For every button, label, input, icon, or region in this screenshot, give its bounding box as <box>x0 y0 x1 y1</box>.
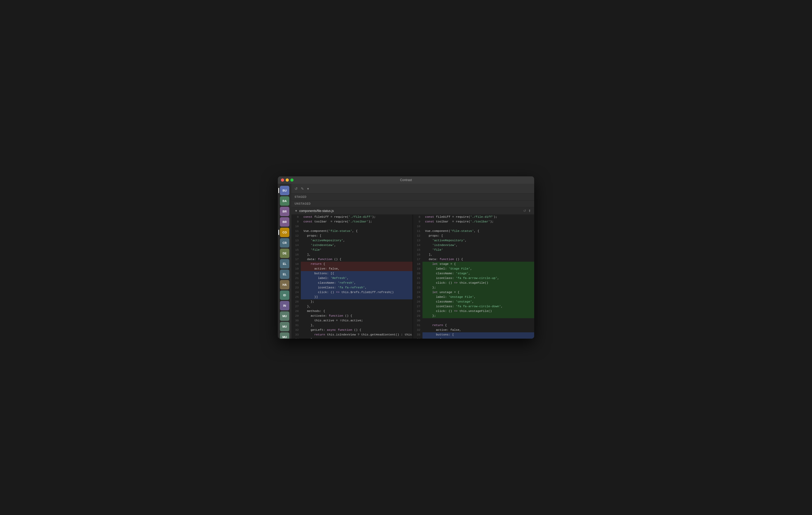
line-number: 28 <box>291 309 301 314</box>
staged-label: STAGED <box>295 196 307 198</box>
line-number: 12 <box>291 233 301 238</box>
line-number: 20 <box>413 271 423 276</box>
table-row: 24 click: () => this.$refs.fileDiff.refr… <box>291 290 412 295</box>
file-refresh-icon[interactable]: ↺ <box>523 209 526 213</box>
table-row: 30 this.active = !this.active; <box>291 318 412 323</box>
avatar-co[interactable]: CO <box>280 228 289 237</box>
line-content: label: 'Unstage File', <box>423 295 534 299</box>
avatar-id[interactable]: ID <box>280 290 289 300</box>
avatar-ba[interactable]: BA <box>280 196 289 206</box>
line-content: iconClass: 'fa fa-arrow-circle-up', <box>423 276 534 281</box>
table-row: 20 buttons: [{ <box>291 271 412 276</box>
table-row: 31 return { <box>413 323 534 327</box>
traffic-lights <box>281 178 293 181</box>
file-row[interactable]: ▼ components/file-status.js ↺ ⬆ <box>291 207 534 214</box>
line-number: 11 <box>413 229 423 233</box>
table-row: 33 buttons: [ <box>413 332 534 337</box>
edit-icon[interactable]: ✎ <box>301 187 304 191</box>
avatar-cr[interactable]: CR <box>280 238 289 248</box>
close-button[interactable] <box>281 178 284 181</box>
table-row: 25 }] <box>291 295 412 299</box>
line-number: 21 <box>291 276 301 281</box>
right-pane: 8const fileDiff = require('./file-diff')… <box>412 214 534 339</box>
line-number: 19 <box>413 266 423 271</box>
avatar-el2[interactable]: EL <box>280 269 289 279</box>
avatar-mu3[interactable]: MU <box>280 332 289 339</box>
refresh-icon[interactable]: ↺ <box>295 187 298 191</box>
line-number: 34 <box>291 337 301 339</box>
minimize-button[interactable] <box>286 178 289 181</box>
line-number: 18 <box>413 262 423 266</box>
staged-section: STAGED <box>291 194 534 200</box>
avatar-bu[interactable]: BU <box>280 186 289 195</box>
line-content: 'activeRepository', <box>301 238 412 243</box>
line-number: 9 <box>413 219 423 224</box>
avatar-ha[interactable]: HA <box>280 280 289 289</box>
table-row: 23 iconClass: 'fa fa-refresh', <box>291 285 412 290</box>
line-content: iconClass: 'fa fa-refresh', <box>301 285 412 290</box>
table-row: 17 data: function () { <box>413 257 534 262</box>
table-row: 20 className: 'stage', <box>413 271 534 276</box>
line-content: 'isIndexView', <box>301 243 412 248</box>
table-row: 31 }, <box>291 323 412 327</box>
line-content: activate: function () { <box>301 314 412 318</box>
line-content: ], <box>423 252 534 257</box>
line-content: 'isIndexView', <box>423 243 534 248</box>
line-content: const toolbar = require('./toolbar'); <box>301 219 412 224</box>
line-content: click: () => this.stageFile() <box>423 281 534 285</box>
line-content: return { <box>301 262 412 266</box>
line-content: this.active = !this.active; <box>301 318 412 323</box>
line-number: 15 <box>413 248 423 252</box>
file-stage-icon[interactable]: ⬆ <box>528 209 531 213</box>
table-row: 14 'isIndexView', <box>291 243 412 248</box>
table-row: 34 }, <box>291 337 412 339</box>
app-body: BUBABRBRCOCRDEELELHAIDINMUMUMUPL+ ↺ ✎ ▾ … <box>278 184 534 339</box>
line-content: className: 'refresh', <box>301 281 412 285</box>
line-number: 14 <box>291 243 301 248</box>
line-content: }; <box>423 314 534 318</box>
line-number: 20 <box>291 271 301 276</box>
line-content <box>423 224 534 229</box>
line-number: 8 <box>291 214 301 219</box>
avatar-de[interactable]: DE <box>280 249 289 258</box>
table-row: 32 active: false, <box>413 327 534 332</box>
line-content: Vue.component('file-status', { <box>301 229 412 233</box>
line-content: const toolbar = require('./toolbar'); <box>423 219 534 224</box>
maximize-button[interactable] <box>290 178 293 181</box>
avatar-br[interactable]: BR <box>280 207 289 216</box>
avatar-br2[interactable]: BR <box>280 217 289 227</box>
avatar-in[interactable]: IN <box>280 301 289 310</box>
line-number: 33 <box>291 332 301 337</box>
line-content: }, <box>301 337 412 339</box>
line-content: className: 'stage', <box>423 271 534 276</box>
table-row: 19 active: false, <box>291 266 412 271</box>
table-row: 28 methods: { <box>291 309 412 314</box>
line-number: 27 <box>291 304 301 309</box>
table-row: 16 ], <box>291 252 412 257</box>
line-content <box>301 224 412 229</box>
line-number: 16 <box>291 252 301 257</box>
line-content: }; <box>301 299 412 304</box>
line-content: label: 'Stage File', <box>423 266 534 271</box>
line-content: data: function () { <box>301 257 412 262</box>
line-number: 22 <box>291 281 301 285</box>
table-row: 8const fileDiff = require('./file-diff')… <box>413 214 534 219</box>
dropdown-icon[interactable]: ▾ <box>307 187 309 191</box>
table-row: 17 data: function () { <box>291 257 412 262</box>
line-number: 19 <box>291 266 301 271</box>
line-content: Vue.component('file-status', { <box>423 229 534 233</box>
table-row: 23 }; <box>413 285 534 290</box>
left-pane: 8const fileDiff = require('./file-diff')… <box>291 214 412 339</box>
avatar-mu[interactable]: MU <box>280 311 289 321</box>
titlebar: Contrast <box>278 176 534 184</box>
line-content: data: function () { <box>423 257 534 262</box>
table-row: 32 getLeft: async function () { <box>291 327 412 332</box>
table-row: 9const toolbar = require('./toolbar'); <box>291 219 412 224</box>
table-row: 15 'file' <box>413 248 534 252</box>
table-row: 16 ], <box>413 252 534 257</box>
avatar-mu2[interactable]: MU <box>280 322 289 331</box>
avatar-el[interactable]: EL <box>280 259 289 268</box>
line-number: 32 <box>291 327 301 332</box>
table-row: 9const toolbar = require('./toolbar'); <box>413 219 534 224</box>
line-content: props: [ <box>301 233 412 238</box>
